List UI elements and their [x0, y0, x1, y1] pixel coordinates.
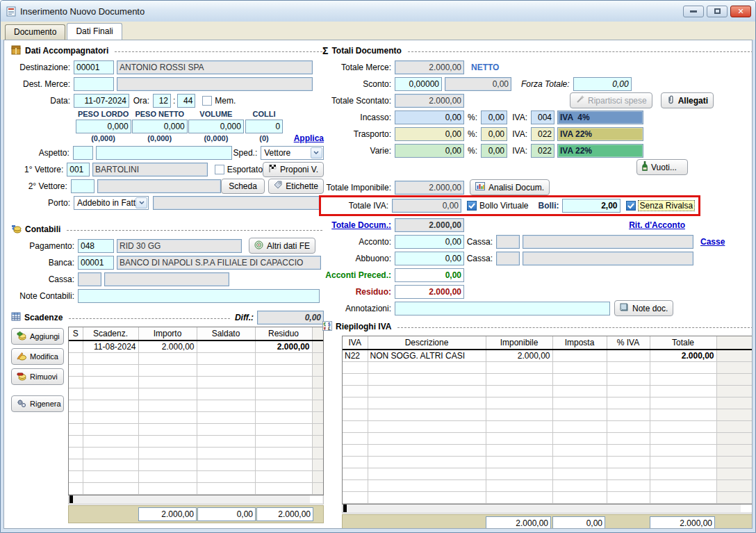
porto-dropdown[interactable]: Addebito in Fatt.: [74, 196, 149, 210]
incasso-iva-code-field[interactable]: 004: [531, 110, 554, 124]
banca-code-field[interactable]: 00001: [78, 256, 114, 270]
col-header[interactable]: Descrizione: [368, 336, 486, 350]
col-header[interactable]: Imponibile: [486, 336, 552, 350]
maximize-button[interactable]: [707, 6, 728, 17]
acconti-preced-field: 0,00: [395, 268, 464, 282]
totals-residuo: 2.000,00: [256, 507, 313, 521]
banca-label: Banca:: [11, 258, 78, 268]
trasporto-pct-field[interactable]: 0,00: [481, 127, 507, 141]
scheda-button[interactable]: Scheda: [221, 179, 265, 194]
tab-dati-finali[interactable]: Dati Finali: [67, 23, 122, 40]
col-header[interactable]: Totale: [650, 336, 716, 350]
remove-coin-icon: [17, 372, 26, 382]
abbuono-field[interactable]: 0,00: [395, 252, 464, 265]
modifica-button[interactable]: Modifica: [11, 348, 64, 365]
annotazioni-field[interactable]: [395, 302, 610, 315]
rimuovi-button[interactable]: Rimuovi: [11, 368, 64, 385]
rigenera-button[interactable]: Rigenera: [11, 395, 64, 412]
col-header[interactable]: S: [69, 327, 83, 341]
trasporto-iva-code-field[interactable]: 022: [531, 127, 554, 141]
col-header[interactable]: Residuo: [255, 327, 312, 341]
pct-label: %:: [464, 129, 481, 139]
applica-link[interactable]: Applica: [294, 133, 324, 143]
col-header[interactable]: Scadenz.: [83, 327, 138, 341]
ora-mm-field[interactable]: 44: [177, 94, 195, 108]
aspetto-desc-field[interactable]: [96, 146, 231, 160]
scroll-thumb[interactable]: [69, 495, 73, 503]
scrollbar-track[interactable]: [716, 336, 753, 350]
trasporto-iva-desc-field: IVA 22%: [557, 127, 643, 141]
vettore1-code-field[interactable]: 001: [67, 163, 90, 177]
peso-lordo-label: PESO LORDO: [78, 110, 129, 120]
aspetto-code-field[interactable]: [73, 146, 94, 160]
document-icon: [6, 6, 17, 17]
allegati-button[interactable]: Allegati: [661, 92, 714, 108]
dest-merce-code-field[interactable]: [74, 77, 114, 91]
varie-pct-field[interactable]: 0,00: [481, 144, 507, 158]
col-header[interactable]: Imposta: [552, 336, 607, 350]
altri-dati-fe-button[interactable]: Altri dati FE: [249, 238, 315, 254]
etichette-button[interactable]: Etichette: [268, 179, 324, 194]
chevron-down-icon[interactable]: [135, 197, 147, 208]
forza-totale-field[interactable]: 0,00: [573, 77, 632, 91]
senza-rivalsa-checkbox[interactable]: [626, 201, 636, 211]
close-button[interactable]: ✕: [730, 6, 751, 17]
minimize-button[interactable]: [683, 6, 704, 17]
checkered-flag-icon: [268, 164, 277, 174]
incasso-field[interactable]: 0,00: [395, 110, 464, 124]
table-row[interactable]: 11-08-2024 2.000,00 2.000,00: [69, 341, 323, 352]
destinazione-code-field[interactable]: 00001: [74, 60, 114, 74]
peso-lordo-field[interactable]: 0,000: [76, 120, 131, 133]
totale-scontato-field: 2.000,00: [395, 94, 464, 108]
ora-hh-field[interactable]: 12: [153, 94, 171, 108]
tab-documento[interactable]: Documento: [5, 24, 65, 40]
colli-field[interactable]: 0: [245, 120, 283, 133]
vettore2-code-field[interactable]: [71, 179, 95, 193]
porto-label: Porto:: [11, 198, 74, 208]
scroll-thumb[interactable]: [343, 505, 347, 512]
pagamento-name-field: RID 30 GG: [117, 239, 242, 253]
package-icon: [11, 45, 22, 57]
esportato-checkbox[interactable]: [215, 165, 224, 174]
horizontal-scrollbar[interactable]: [342, 505, 753, 514]
chevron-down-icon[interactable]: [311, 147, 322, 158]
col-header[interactable]: Importo: [138, 327, 197, 341]
rit-acconto-link[interactable]: Rit. d'Acconto: [629, 220, 685, 230]
scrollbar-track[interactable]: [312, 327, 323, 341]
tab-strip: Documento Dati Finali: [1, 22, 755, 40]
volume-field[interactable]: 0,000: [188, 120, 244, 133]
mem-checkbox[interactable]: [202, 96, 212, 106]
pagamento-code-field[interactable]: 048: [78, 239, 114, 253]
totale-merce-label: Totale Merce:: [322, 63, 395, 72]
horizontal-scrollbar[interactable]: [68, 495, 324, 505]
peso-lordo-sub: (0,000): [91, 134, 115, 144]
aggiungi-button[interactable]: Aggiungi: [11, 328, 64, 345]
col-header[interactable]: IVA: [343, 336, 368, 350]
casse-link[interactable]: Casse: [700, 237, 725, 247]
totale-docum-link[interactable]: Totale Docum.:: [322, 220, 395, 230]
data-field[interactable]: 11-07-2024: [74, 94, 129, 108]
note-contabili-field[interactable]: [78, 289, 320, 303]
varie-iva-code-field[interactable]: 022: [531, 144, 554, 158]
analisi-docum-button[interactable]: Analisi Docum.: [470, 179, 550, 195]
col-header[interactable]: % IVA: [607, 336, 650, 350]
ripartisci-spese-button[interactable]: Ripartisci spese: [570, 92, 652, 108]
sconto-pct-field[interactable]: 0,00000: [395, 77, 442, 91]
sped-dropdown[interactable]: Vettore: [261, 146, 324, 160]
content-area: Dati Accompagnatori Destinazione: 00001 …: [3, 40, 753, 529]
col-header[interactable]: Saldato: [197, 327, 255, 341]
peso-netto-field[interactable]: 0,000: [132, 120, 188, 133]
bolli-field[interactable]: 2,00: [562, 199, 621, 213]
vuoti-button[interactable]: Vuoti...: [636, 159, 688, 175]
table-row[interactable]: N22 NON SOGG. ALTRI CASI 2.000,00 2.000,…: [343, 350, 753, 361]
note-doc-button[interactable]: Note doc.: [614, 300, 673, 316]
diff-label: Diff.:: [235, 313, 254, 322]
acconto-field[interactable]: 0,00: [395, 235, 464, 249]
coins-icon: [11, 224, 22, 236]
annotazioni-label: Annotazioni:: [322, 304, 395, 313]
trasporto-field[interactable]: 0,00: [395, 127, 464, 141]
bollo-virtuale-checkbox[interactable]: [467, 201, 477, 211]
proponi-v-button[interactable]: Proponi V.: [263, 162, 324, 177]
varie-field[interactable]: 0,00: [395, 144, 464, 158]
incasso-pct-field[interactable]: 0,00: [481, 110, 507, 124]
